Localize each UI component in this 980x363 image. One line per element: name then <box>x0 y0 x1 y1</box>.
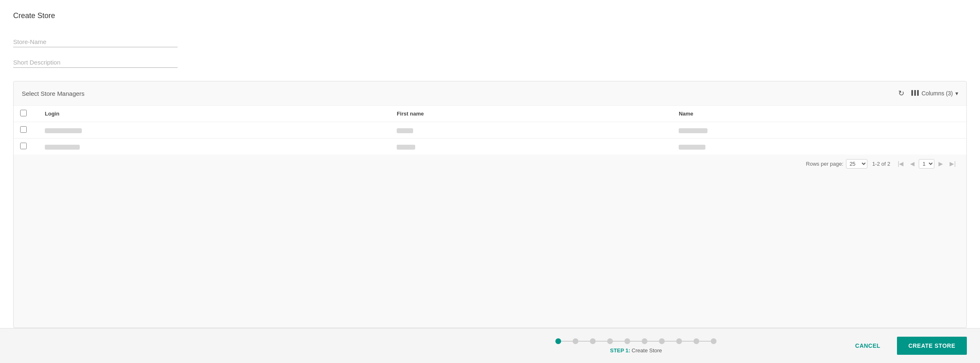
cancel-button[interactable]: CANCEL <box>844 337 892 355</box>
pagination-controls: |◀ ◀ 1 ▶ ▶| <box>895 159 958 169</box>
page-select[interactable]: 1 <box>919 159 934 169</box>
store-name-input[interactable] <box>13 37 178 47</box>
step-line <box>665 341 676 342</box>
step-line <box>578 341 590 342</box>
table-footer: Rows per page: 25 50 100 1-2 of 2 |◀ ◀ 1… <box>14 155 966 173</box>
row-checkbox[interactable] <box>20 143 27 149</box>
first-page-button[interactable]: |◀ <box>895 159 906 169</box>
blurred-name <box>679 145 705 150</box>
row-login <box>38 139 390 155</box>
step-dot-8 <box>676 338 682 344</box>
select-all-checkbox[interactable] <box>20 110 27 116</box>
row-first-name <box>390 139 672 155</box>
step-number: STEP 1: <box>610 347 630 354</box>
step-line <box>682 341 693 342</box>
svg-rect-2 <box>917 90 919 96</box>
refresh-button[interactable]: ↻ <box>897 87 906 99</box>
next-page-button[interactable]: ▶ <box>936 159 945 169</box>
row-checkbox-cell <box>14 122 38 139</box>
step-line <box>647 341 659 342</box>
col-first-name: First name <box>390 106 672 122</box>
row-name <box>672 139 966 155</box>
step-dot-2 <box>573 338 578 344</box>
step-text: Create Store <box>630 347 662 354</box>
col-login: Login <box>38 106 390 122</box>
store-name-field <box>13 37 967 47</box>
step-dot-1 <box>555 338 561 344</box>
table-header-bar: Select Store Managers ↻ Columns (3) ▾ <box>14 81 966 105</box>
table-header-title: Select Store Managers <box>22 90 85 97</box>
step-dot-4 <box>607 338 613 344</box>
step-dot-3 <box>590 338 596 344</box>
row-checkbox-cell <box>14 139 38 155</box>
col-name: Name <box>672 106 966 122</box>
table-row <box>14 139 966 155</box>
step-dot-5 <box>624 338 630 344</box>
refresh-icon: ↻ <box>898 89 904 98</box>
stepper-dots <box>555 338 717 344</box>
svg-rect-1 <box>914 90 916 96</box>
bottom-buttons: CANCEL CREATE STORE <box>844 337 967 355</box>
blurred-login <box>45 145 80 150</box>
step-dot-7 <box>659 338 665 344</box>
step-label: STEP 1: Create Store <box>610 347 662 354</box>
svg-rect-0 <box>911 90 913 96</box>
managers-table-section: Select Store Managers ↻ Columns (3) ▾ <box>13 81 967 328</box>
create-store-button[interactable]: CREATE STORE <box>897 337 967 355</box>
page-container: Create Store Select Store Managers ↻ <box>0 0 980 328</box>
bottom-area: STEP 1: Create Store CANCEL CREATE STORE <box>0 328 980 363</box>
table-row <box>14 122 966 139</box>
row-checkbox[interactable] <box>20 126 27 133</box>
page-title: Create Store <box>13 12 967 20</box>
stepper-area: STEP 1: Create Store <box>428 338 844 354</box>
blurred-first-name <box>397 145 415 150</box>
short-description-input[interactable] <box>13 57 178 68</box>
col-checkbox <box>14 106 38 122</box>
columns-button[interactable]: Columns (3) ▾ <box>911 89 958 98</box>
step-line <box>630 341 642 342</box>
step-dot-6 <box>642 338 647 344</box>
managers-table: Login First name Name <box>14 105 966 155</box>
blurred-first-name <box>397 128 413 133</box>
columns-label: Columns (3) <box>922 90 953 97</box>
blurred-name <box>679 128 707 133</box>
short-description-field <box>13 57 967 68</box>
table-header-row: Login First name Name <box>14 106 966 122</box>
row-name <box>672 122 966 139</box>
row-first-name <box>390 122 672 139</box>
step-dot-9 <box>693 338 699 344</box>
step-line <box>561 341 573 342</box>
columns-icon <box>911 89 919 98</box>
row-login <box>38 122 390 139</box>
rows-per-page-select[interactable]: 25 50 100 <box>846 159 867 169</box>
blurred-login <box>45 128 82 133</box>
step-line <box>699 341 711 342</box>
step-line <box>613 341 624 342</box>
chevron-down-icon: ▾ <box>955 90 958 97</box>
table-header-actions: ↻ Columns (3) ▾ <box>897 87 958 99</box>
pagination-range: 1-2 of 2 <box>872 161 890 167</box>
rows-per-page-label: Rows per page: <box>806 161 844 167</box>
prev-page-button[interactable]: ◀ <box>908 159 917 169</box>
rows-per-page-control: Rows per page: 25 50 100 <box>806 159 867 169</box>
table-wrapper: Login First name Name <box>14 105 966 155</box>
last-page-button[interactable]: ▶| <box>947 159 958 169</box>
step-dot-10 <box>711 338 717 344</box>
step-line <box>596 341 607 342</box>
